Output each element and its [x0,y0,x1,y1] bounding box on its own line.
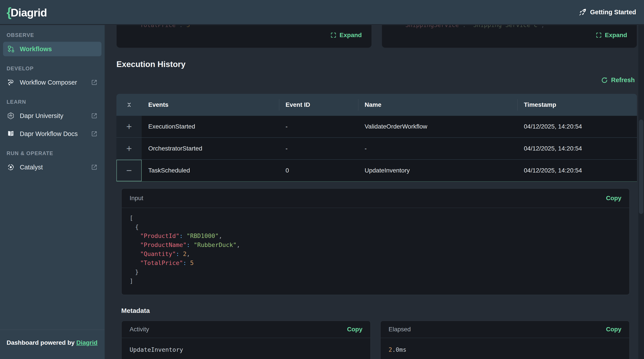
collapse-all-icon [126,102,132,108]
json-brace: } [135,268,138,275]
copy-button[interactable]: Copy [347,326,362,333]
sidebar-item-label: Dapr University [20,112,63,120]
json-bracket: ] [130,278,133,284]
rocket-icon [579,8,587,16]
powered-by-text: Dashboard powered by [6,339,76,346]
elapsed-card-header: Elapsed Copy [381,321,629,338]
external-link-icon [91,130,98,137]
sidebar-item-dapr-workflow-docs[interactable]: Dapr Workflow Docs [3,126,102,141]
refresh-button[interactable]: Refresh [601,76,635,84]
output-preview-panel: "ShippingService": "Shipping Service C",… [382,25,637,48]
expand-label: Expand [605,32,627,39]
getting-started-label: Getting Started [590,8,636,16]
cell-events: OrchestratorStarted [142,145,279,152]
expand-button[interactable]: Expand [596,32,627,39]
column-header-name: Name [358,94,517,116]
sidebar-item-catalyst[interactable]: Catalyst [3,160,102,174]
external-link-icon [91,112,98,119]
elapsed-card: Elapsed Copy 2.0ms [380,320,630,359]
sidebar-item-label: Workflow Composer [20,79,77,86]
expand-label: Expand [340,32,362,39]
table-header: Events Event ID Name Timestamp [116,94,637,116]
refresh-icon [601,77,608,84]
cell-timestamp: 04/12/2025, 14:20:54 [517,167,637,174]
activity-card: Activity Copy UpdateInventory [121,320,371,359]
json-bracket: [ [130,214,133,221]
faded-code-snippet: "TotalPrice": 5 [136,25,190,28]
row-expand-button[interactable]: + [116,116,142,137]
column-header-timestamp: Timestamp [517,94,637,116]
topbar: { Diagrid Getting Started [0,0,644,24]
dapr-university-icon: dapr University [6,112,15,120]
cell-name: UpdateInventory [358,167,517,174]
main-content: "TotalPrice": 5 Expand "ShippingService"… [105,25,644,359]
sidebar-item-workflow-composer[interactable]: Workflow Composer [3,75,102,90]
expand-icon [596,32,602,38]
sidebar-item-label: Dapr Workflow Docs [20,130,78,138]
json-line: "ProductName": "RubberDuck", [130,240,622,249]
cell-events: ExecutionStarted [142,123,279,130]
input-card-header: Input Copy [122,189,629,208]
cell-event-id: - [279,123,358,130]
cell-timestamp: 04/12/2025, 14:20:54 [517,123,637,130]
catalyst-icon [6,164,15,171]
refresh-row: Refresh [116,76,637,84]
json-brace: { [135,224,138,230]
row-collapse-button[interactable]: − [116,160,142,181]
cell-name: - [358,145,517,152]
sidebar-footer: Dashboard powered by Diagrid [0,330,104,359]
column-header-events: Events [142,94,279,116]
logo-text: Diagrid [10,6,47,19]
section-label-observe: OBSERVE [6,32,104,38]
composer-icon [6,79,15,86]
cell-events: TaskScheduled [142,167,279,174]
cell-event-id: 0 [279,167,358,174]
refresh-label: Refresh [611,76,635,84]
section-label-develop: DEVELOP [6,66,104,72]
elapsed-value: 2.0ms [381,338,629,359]
io-panels-row: "TotalPrice": 5 Expand "ShippingService"… [116,25,637,48]
workflow-icon [6,45,15,53]
input-json-code: [ { "ProductId": "RBD1000", "ProductName… [122,208,629,295]
input-preview-panel: "TotalPrice": 5 Expand [116,25,372,48]
table-row: + OrchestratorStarted - - 04/12/2025, 14… [116,137,637,159]
cell-timestamp: 04/12/2025, 14:20:54 [517,145,637,152]
row-detail-section: Input Copy [ { "ProductId": "RBD1000", "… [116,188,637,359]
input-card: Input Copy [ { "ProductId": "RBD1000", "… [121,188,630,295]
section-label-run-operate: RUN & OPERATE [6,150,104,156]
activity-card-header: Activity Copy [122,321,370,338]
table-row: + ExecutionStarted - ValidateOrderWorkfl… [116,116,637,137]
sidebar-item-workflows[interactable]: Workflows [3,42,102,56]
external-link-icon [91,79,98,86]
json-line: "Quantity": 2, [130,249,622,258]
scrollbar-thumb[interactable] [639,120,643,214]
column-header-event-id: Event ID [279,94,358,116]
svg-text:dapr: dapr [9,115,12,116]
cell-name: ValidateOrderWorkflow [358,123,517,130]
sidebar-item-label: Workflows [20,46,52,53]
sidebar-item-dapr-university[interactable]: dapr University Dapr University [3,108,102,123]
collapse-all-button[interactable] [116,94,142,116]
copy-button[interactable]: Copy [606,195,622,202]
external-link-icon [91,164,98,170]
json-line: "ProductId": "RBD1000", [130,231,622,240]
execution-history-table: Events Event ID Name Timestamp + Executi… [116,94,637,182]
scrollbar-track[interactable] [638,25,644,359]
svg-text:University: University [9,117,12,118]
sidebar-item-label: Catalyst [20,164,43,171]
copy-button[interactable]: Copy [606,326,622,333]
faded-code-snippet: "ShippingService": "Shipping Service C", [402,25,544,28]
diagrid-link[interactable]: Diagrid [76,339,97,346]
row-expand-button[interactable]: + [116,138,142,159]
expand-button[interactable]: Expand [330,32,362,39]
getting-started-button[interactable]: Getting Started [579,8,636,16]
input-title: Input [130,195,143,202]
diagrid-logo[interactable]: { Diagrid [6,5,47,19]
book-icon [6,130,15,138]
metadata-cards-row: Activity Copy UpdateInventory Elapsed Co… [121,320,630,359]
sidebar: OBSERVE Workflows DEVELOP Workflow Compo… [0,25,105,359]
metadata-title: Metadata [121,307,630,314]
expand-icon [330,32,336,38]
json-line: "TotalPrice": 5 [130,258,622,268]
activity-value: UpdateInventory [122,338,370,359]
